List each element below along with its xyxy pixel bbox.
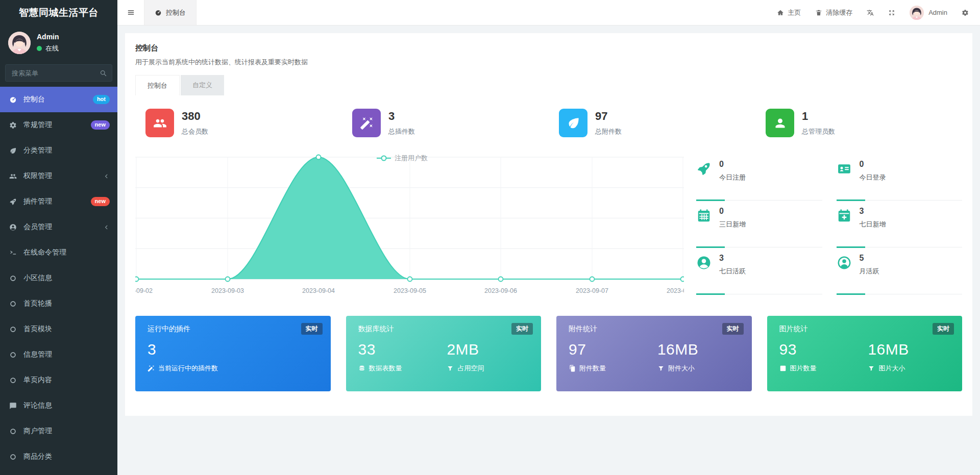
mini-stat-label: 三日新增 <box>719 220 746 229</box>
circle-o-icon <box>8 453 18 461</box>
sidebar-item-comment-info[interactable]: 评论信息 <box>0 393 117 418</box>
leaf-icon <box>8 147 18 155</box>
sidebar-item-community-info[interactable]: 小区信息 <box>0 265 117 291</box>
gauge-icon <box>155 9 162 16</box>
terminal-icon <box>8 249 18 257</box>
navbar-tab-label: 控制台 <box>166 8 186 17</box>
x-tick-label: 2023-09-08 <box>667 287 684 294</box>
sidebar-item-online-command[interactable]: 在线命令管理 <box>0 240 117 265</box>
search-input[interactable] <box>5 64 112 82</box>
sidebar-item-merchant-manage[interactable]: 商户管理 <box>0 418 117 444</box>
card-attachment-stats: 附件统计实时97附件数量16MB附件大小 <box>556 316 752 391</box>
card-title: 图片统计 <box>779 324 950 334</box>
home-icon <box>777 9 784 16</box>
leaf-icon <box>559 109 587 137</box>
mini-stat-today-login: 0今日登录 <box>837 154 963 201</box>
metric-value: 16MB <box>657 341 740 358</box>
metric-label: 图片大小 <box>878 364 905 373</box>
sidebar-item-info-manage[interactable]: 信息管理 <box>0 342 117 367</box>
metric-label: 占用空间 <box>457 364 484 373</box>
sidebar-item-label: 首页轮播 <box>23 299 52 308</box>
clear-cache-link[interactable]: 清除缓存 <box>815 8 852 17</box>
sidebar-item-dashboard[interactable]: 控制台hot <box>0 87 117 112</box>
user-avatar[interactable] <box>8 32 31 54</box>
sidebar-item-general[interactable]: 常规管理new <box>0 112 117 138</box>
mini-stat-label: 七日新增 <box>860 220 886 229</box>
main-content: 控制台 用于展示当前系统中的统计数据、统计报表及重要实时数据 控制台自定义 38… <box>117 26 980 475</box>
menu-icon[interactable] <box>117 0 144 25</box>
chevron-left-icon <box>103 173 110 180</box>
settings-button[interactable] <box>962 9 969 16</box>
legend-label: 注册用户数 <box>395 154 428 163</box>
stat-label: 总附件数 <box>595 127 622 136</box>
circle-o-icon <box>8 326 18 333</box>
gears-icon <box>962 9 969 16</box>
mini-stat-seven-day-active: 3七日活跃 <box>696 247 822 294</box>
sidebar-item-label: 信息管理 <box>23 350 52 359</box>
stat-value: 97 <box>595 110 622 123</box>
content-tabs: 控制台自定义 <box>135 75 962 95</box>
circle-o-icon <box>8 300 18 308</box>
trash-icon <box>815 9 822 16</box>
x-tick-label: 2023-09-05 <box>394 287 426 294</box>
badge-hot: hot <box>93 95 110 104</box>
top-navbar: 控制台 主页 清除缓存 Admin <box>117 0 980 26</box>
stat-value: 1 <box>802 110 835 123</box>
user-menu[interactable]: Admin <box>910 6 947 20</box>
chart-plot <box>135 154 684 282</box>
copy-icon <box>569 365 576 372</box>
sidebar-item-label: 单页内容 <box>23 376 52 385</box>
sidebar-item-label: 首页模块 <box>23 324 52 334</box>
sidebar-item-home-module[interactable]: 首页模块 <box>0 316 117 342</box>
chart-legend[interactable]: 注册用户数 <box>377 154 428 163</box>
users-icon <box>145 109 174 137</box>
sidebar-item-label: 权限管理 <box>23 171 52 181</box>
home-link[interactable]: 主页 <box>777 8 801 17</box>
card-title: 附件统计 <box>569 324 740 334</box>
metric-value: 3 <box>148 341 230 358</box>
calendar-plus-icon <box>837 208 852 229</box>
tab-自定义[interactable]: 自定义 <box>181 75 224 95</box>
registered-users-chart: 2023-09-022023-09-032023-09-042023-09-05… <box>135 154 684 297</box>
summary-cards-row: 运行中的插件实时3当前运行中的插件数数据库统计实时33数据表数量2MB占用空间附… <box>135 316 962 391</box>
sidebar-item-goods-category[interactable]: 商品分类 <box>0 444 117 469</box>
sidebar-item-label: 商品分类 <box>23 452 52 461</box>
circle-o-icon <box>8 351 18 359</box>
stat-总管理员数: 1总管理员数 <box>755 109 962 137</box>
metric-value: 93 <box>779 341 868 358</box>
user-name: Admin <box>37 33 59 41</box>
sidebar-item-addon[interactable]: 插件管理new <box>0 189 117 214</box>
card-database-stats: 数据库统计实时33数据表数量2MB占用空间 <box>346 316 542 391</box>
mini-stat-label: 月活跃 <box>860 267 879 276</box>
x-tick-label: 2023-09-07 <box>576 287 608 294</box>
fullscreen-button[interactable] <box>888 9 895 16</box>
sidebar-item-home-carousel[interactable]: 首页轮播 <box>0 291 117 316</box>
sidebar-item-label: 评论信息 <box>23 401 52 410</box>
mini-stat-seven-day-new: 3七日新增 <box>837 201 963 247</box>
mini-stat-label: 今日注册 <box>719 173 746 182</box>
mini-stat-label: 七日活跃 <box>719 267 746 276</box>
home-link-label: 主页 <box>788 8 801 17</box>
metric-label: 图片数量 <box>790 364 817 373</box>
sidebar-item-single-page[interactable]: 单页内容 <box>0 367 117 393</box>
stat-总插件数: 3总插件数 <box>342 109 549 137</box>
metric-label: 当前运行中的插件数 <box>158 364 218 373</box>
sidebar-item-label: 常规管理 <box>23 120 52 130</box>
image-icon <box>779 365 787 372</box>
mini-stat-label: 今日登录 <box>860 173 886 182</box>
metric-label: 附件数量 <box>579 364 606 373</box>
sidebar-item-member[interactable]: 会员管理 <box>0 214 117 240</box>
tab-控制台[interactable]: 控制台 <box>135 75 180 95</box>
gauge-icon <box>8 96 18 104</box>
x-tick-label: 2023-09-06 <box>484 287 517 294</box>
user-icon <box>766 109 794 137</box>
comment-icon <box>8 402 18 410</box>
card-metric: 33数据表数量 <box>358 341 447 373</box>
sidebar-item-auth[interactable]: 权限管理 <box>0 163 117 189</box>
navbar-tab-dashboard[interactable]: 控制台 <box>144 0 197 25</box>
sidebar-item-category[interactable]: 分类管理 <box>0 138 117 163</box>
page-title: 控制台 <box>135 43 962 53</box>
stat-总会员数: 380总会员数 <box>135 109 342 137</box>
page-subtitle: 用于展示当前系统中的统计数据、统计报表及重要实时数据 <box>135 58 962 67</box>
translate-button[interactable] <box>867 9 874 16</box>
